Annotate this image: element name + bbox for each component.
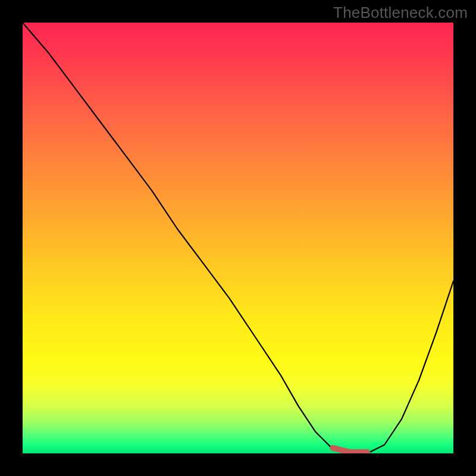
watermark-text: TheBottleneck.com (333, 4, 468, 22)
optimal-range-marker (333, 448, 367, 452)
plot-area (23, 23, 453, 453)
chart-frame: TheBottleneck.com (0, 0, 476, 476)
bottleneck-curve (23, 23, 453, 453)
curve-svg (23, 23, 453, 453)
